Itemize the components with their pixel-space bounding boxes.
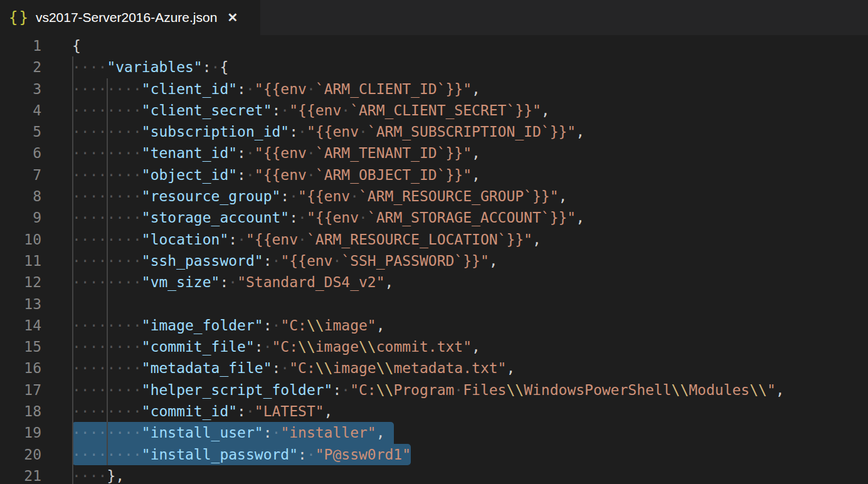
line-number[interactable]: 4 — [0, 100, 41, 121]
code-line[interactable]: 17········"helper_script_folder":·"C:\\P… — [0, 379, 868, 401]
code-text: ········"tenant_id":·"{{env·`ARM_TENANT_… — [72, 142, 480, 164]
code-text: ········"metadata_file":·"C:\\image\\met… — [72, 357, 515, 379]
code-line[interactable]: 3········"client_id":·"{{env·`ARM_CLIENT… — [0, 78, 868, 100]
code-text: ········"object_id":·"{{env·`ARM_OBJECT_… — [72, 164, 480, 186]
code-text: ········"image_folder":·"C:\\image", — [72, 315, 385, 336]
code-text: ········"storage_account":·"{{env·`ARM_S… — [72, 207, 585, 228]
code-line[interactable]: 7········"object_id":·"{{env·`ARM_OBJECT… — [0, 164, 868, 186]
code-line[interactable]: 19········"install_user":·"installer", — [0, 422, 868, 443]
code-line[interactable]: 14········"image_folder":·"C:\\image", — [0, 315, 868, 336]
code-text: { — [72, 35, 81, 56]
code-text: ········"vm_size":·"Standard_DS4_v2", — [72, 271, 393, 293]
code-line[interactable]: 13 — [0, 293, 868, 315]
line-number[interactable]: 7 — [0, 164, 41, 186]
line-number[interactable]: 11 — [0, 250, 41, 271]
line-number[interactable]: 12 — [0, 271, 41, 293]
code-text: ········"install_user":·"installer", — [72, 422, 385, 443]
code-text: ········"client_id":·"{{env·`ARM_CLIENT_… — [72, 78, 480, 100]
vscode-window: {} vs2017-Server2016-Azure.json ✕ 1{2···… — [0, 0, 868, 484]
line-number[interactable]: 15 — [0, 336, 41, 357]
code-text: ········"ssh_password":·"{{env·`SSH_PASS… — [72, 250, 498, 271]
line-number[interactable]: 13 — [0, 293, 41, 315]
code-text: ····"variables":·{ — [72, 56, 228, 78]
line-number[interactable]: 17 — [0, 379, 41, 401]
code-editor[interactable]: 1{2····"variables":·{3········"client_id… — [0, 35, 868, 484]
code-text: ····}, — [72, 465, 124, 484]
tab-bar: {} vs2017-Server2016-Azure.json ✕ — [0, 0, 868, 35]
line-number[interactable]: 20 — [0, 444, 41, 465]
line-number[interactable]: 1 — [0, 35, 41, 56]
code-line[interactable]: 15········"commit_file":·"C:\\image\\com… — [0, 336, 868, 357]
code-line[interactable]: 12········"vm_size":·"Standard_DS4_v2", — [0, 271, 868, 293]
json-file-icon: {} — [9, 9, 29, 26]
code-text: ········"install_password":·"P@ssw0rd1" — [72, 444, 411, 465]
code-line[interactable]: 9········"storage_account":·"{{env·`ARM_… — [0, 207, 868, 228]
code-line[interactable]: 6········"tenant_id":·"{{env·`ARM_TENANT… — [0, 142, 868, 164]
line-number[interactable]: 8 — [0, 186, 41, 207]
close-icon[interactable]: ✕ — [227, 10, 238, 25]
tab-title: vs2017-Server2016-Azure.json — [36, 10, 218, 25]
line-number[interactable]: 14 — [0, 315, 41, 336]
line-number[interactable]: 5 — [0, 121, 41, 142]
code-text: ········"resource_group":·"{{env·`ARM_RE… — [72, 186, 567, 207]
code-line[interactable]: 4········"client_secret":·"{{env·`ARM_CL… — [0, 100, 868, 121]
code-lines: 1{2····"variables":·{3········"client_id… — [0, 35, 868, 484]
code-line[interactable]: 21····}, — [0, 465, 868, 484]
line-number[interactable]: 2 — [0, 56, 41, 78]
code-line[interactable]: 11········"ssh_password":·"{{env·`SSH_PA… — [0, 250, 868, 271]
code-line[interactable]: 10········"location":·"{{env·`ARM_RESOUR… — [0, 229, 868, 250]
code-line[interactable]: 18········"commit_id":·"LATEST", — [0, 401, 868, 422]
line-number[interactable]: 19 — [0, 422, 41, 443]
code-line[interactable]: 1{ — [0, 35, 868, 56]
line-number[interactable]: 16 — [0, 357, 41, 379]
line-number[interactable]: 6 — [0, 142, 41, 164]
code-line[interactable]: 16········"metadata_file":·"C:\\image\\m… — [0, 357, 868, 379]
code-text: ········"commit_id":·"LATEST", — [72, 401, 332, 422]
line-number[interactable]: 10 — [0, 229, 41, 250]
code-text: ········"helper_script_folder":·"C:\\Pro… — [72, 379, 785, 401]
tab-vs2017-server2016-azure[interactable]: {} vs2017-Server2016-Azure.json ✕ — [0, 0, 260, 35]
code-line[interactable]: 8········"resource_group":·"{{env·`ARM_R… — [0, 186, 868, 207]
code-text: ········"location":·"{{env·`ARM_RESOURCE… — [72, 229, 541, 250]
line-number[interactable]: 21 — [0, 465, 41, 484]
code-text: ········"subscription_id":·"{{env·`ARM_S… — [72, 121, 585, 142]
code-line[interactable]: 5········"subscription_id":·"{{env·`ARM_… — [0, 121, 868, 142]
line-number[interactable]: 18 — [0, 401, 41, 422]
code-line[interactable]: 20········"install_password":·"P@ssw0rd1… — [0, 444, 868, 465]
line-number[interactable]: 9 — [0, 207, 41, 228]
code-text: ········"commit_file":·"C:\\image\\commi… — [72, 336, 480, 357]
line-number[interactable]: 3 — [0, 78, 41, 100]
code-text: ········"client_secret":·"{{env·`ARM_CLI… — [72, 100, 550, 121]
code-line[interactable]: 2····"variables":·{ — [0, 56, 868, 78]
